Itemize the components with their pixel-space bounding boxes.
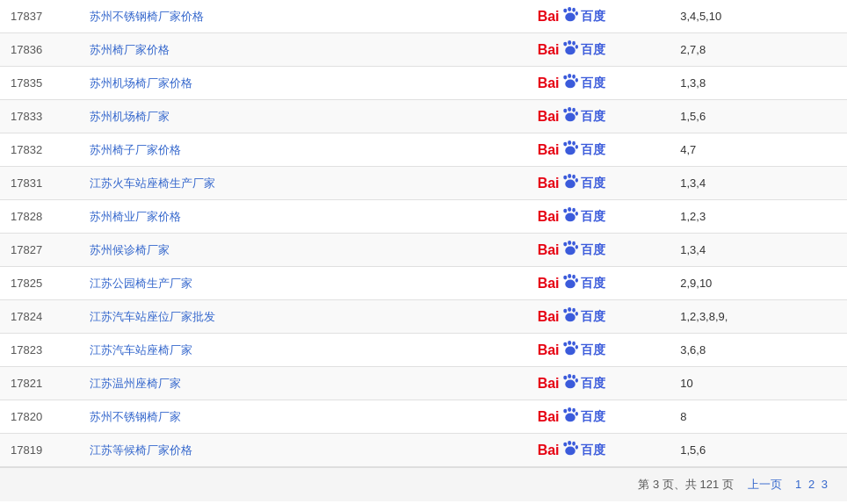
row-engine: Bai 百度 <box>473 367 670 400</box>
baidu-logo: Bai 百度 <box>538 307 605 326</box>
baidu-logo: Bai 百度 <box>538 207 605 226</box>
baidu-paw-icon <box>561 140 579 159</box>
keyword-link[interactable]: 苏州机场椅厂家价格 <box>90 76 192 90</box>
svg-point-36 <box>568 241 571 245</box>
keyword-link[interactable]: 苏州候诊椅厂家 <box>90 243 170 256</box>
pagination: 第 3 页、共 121 页 上一页 1 2 3 <box>0 468 847 501</box>
row-id: 17821 <box>0 367 79 400</box>
baidu-paw-icon <box>561 341 579 359</box>
svg-point-25 <box>563 176 567 180</box>
row-keyword: 江苏公园椅生产厂家 <box>79 267 473 300</box>
svg-point-13 <box>575 78 577 83</box>
row-ranks: 1,3,4 <box>670 234 847 267</box>
keyword-link[interactable]: 江苏等候椅厂家价格 <box>90 443 192 457</box>
row-keyword: 江苏等候椅厂家价格 <box>79 434 473 467</box>
baidu-bai-text: Bai <box>538 309 560 325</box>
table-row: 17832苏州椅子厂家价格Bai 百度4,7 <box>0 133 847 167</box>
row-ranks: 4,7 <box>670 133 847 167</box>
keyword-link[interactable]: 江苏火车站座椅生产厂家 <box>90 176 215 190</box>
svg-point-20 <box>563 142 567 147</box>
baidu-logo: Bai 百度 <box>538 40 605 59</box>
baidu-paw-icon <box>561 374 579 392</box>
svg-point-8 <box>575 45 577 49</box>
svg-point-45 <box>563 309 567 313</box>
svg-point-28 <box>575 178 577 183</box>
row-id: 17825 <box>0 267 79 300</box>
svg-point-17 <box>572 108 576 112</box>
keyword-link[interactable]: 苏州椅子厂家价格 <box>90 143 181 156</box>
baidu-du-text: 百度 <box>581 342 605 358</box>
baidu-paw-icon <box>561 174 579 192</box>
row-keyword: 苏州候诊椅厂家 <box>79 234 473 267</box>
row-id: 17819 <box>0 434 79 467</box>
prev-page-link[interactable]: 上一页 <box>748 478 782 491</box>
svg-point-12 <box>572 75 576 79</box>
svg-point-46 <box>568 307 571 312</box>
svg-point-52 <box>572 342 576 346</box>
baidu-du-text: 百度 <box>581 42 605 58</box>
row-keyword: 江苏汽车站座位厂家批发 <box>79 300 473 334</box>
row-id: 17831 <box>0 167 79 200</box>
page-3-link[interactable]: 3 <box>822 478 828 491</box>
table-row: 17837苏州不锈钢椅厂家价格Bai 百度3,4,5,10 <box>0 0 847 33</box>
keyword-link[interactable]: 江苏汽车站座椅厂家 <box>90 343 192 356</box>
row-ranks: 10 <box>670 367 847 400</box>
svg-point-9 <box>565 47 575 55</box>
baidu-bai-text: Bai <box>538 209 560 225</box>
baidu-bai-text: Bai <box>538 9 560 25</box>
baidu-bai-text: Bai <box>538 176 560 191</box>
baidu-du-text: 百度 <box>581 443 605 458</box>
keyword-link[interactable]: 苏州机场椅厂家 <box>90 110 170 123</box>
row-ranks: 3,6,8 <box>670 334 847 367</box>
baidu-paw-icon <box>561 74 579 92</box>
row-engine: Bai 百度 <box>473 267 670 300</box>
row-keyword: 苏州椅厂家价格 <box>79 33 473 67</box>
baidu-bai-text: Bai <box>538 76 560 91</box>
row-engine: Bai 百度 <box>473 234 670 267</box>
table-row: 17824江苏汽车站座位厂家批发Bai 百度1,2,3,8,9, <box>0 300 847 334</box>
keyword-link[interactable]: 苏州椅厂家价格 <box>90 43 170 56</box>
keyword-link[interactable]: 江苏汽车站座位厂家批发 <box>90 310 215 323</box>
keyword-link[interactable]: 苏州不锈钢椅厂家 <box>90 410 181 423</box>
baidu-logo: Bai 百度 <box>538 140 605 159</box>
svg-point-43 <box>575 278 577 283</box>
table-row: 17831江苏火车站座椅生产厂家Bai 百度1,3,4 <box>0 167 847 200</box>
keyword-link[interactable]: 苏州不锈钢椅厂家价格 <box>90 10 204 23</box>
baidu-paw-icon <box>561 107 579 126</box>
baidu-logo: Bai 百度 <box>538 374 605 392</box>
row-ranks: 2,7,8 <box>670 33 847 67</box>
keyword-link[interactable]: 江苏温州座椅厂家 <box>90 377 181 390</box>
baidu-paw-icon <box>561 7 579 25</box>
baidu-paw-icon <box>561 241 579 259</box>
svg-point-29 <box>565 180 575 189</box>
page-2-link[interactable]: 2 <box>808 478 814 491</box>
baidu-du-text: 百度 <box>581 242 605 258</box>
baidu-bai-text: Bai <box>538 409 560 425</box>
svg-point-66 <box>568 441 571 445</box>
row-engine: Bai 百度 <box>473 133 670 167</box>
svg-point-67 <box>572 442 576 446</box>
keyword-link[interactable]: 苏州椅业厂家价格 <box>90 210 181 223</box>
svg-point-26 <box>568 174 571 178</box>
svg-point-37 <box>572 241 576 246</box>
baidu-du-text: 百度 <box>581 209 605 225</box>
svg-point-10 <box>563 76 567 80</box>
svg-point-1 <box>568 7 571 11</box>
svg-point-15 <box>563 109 567 113</box>
baidu-du-text: 百度 <box>581 9 605 25</box>
svg-point-57 <box>572 375 576 379</box>
row-ranks: 1,5,6 <box>670 100 847 133</box>
row-engine: Bai 百度 <box>473 33 670 67</box>
row-engine: Bai 百度 <box>473 100 670 133</box>
svg-point-59 <box>565 380 575 389</box>
keyword-link[interactable]: 江苏公园椅生产厂家 <box>90 277 192 290</box>
svg-point-6 <box>568 40 571 45</box>
row-engine: Bai 百度 <box>473 400 670 434</box>
row-ranks: 8 <box>670 400 847 434</box>
row-engine: Bai 百度 <box>473 67 670 100</box>
svg-point-62 <box>572 408 576 413</box>
page-1-link[interactable]: 1 <box>795 478 801 491</box>
row-engine: Bai 百度 <box>473 0 670 33</box>
svg-point-5 <box>563 42 567 47</box>
row-engine: Bai 百度 <box>473 334 670 367</box>
